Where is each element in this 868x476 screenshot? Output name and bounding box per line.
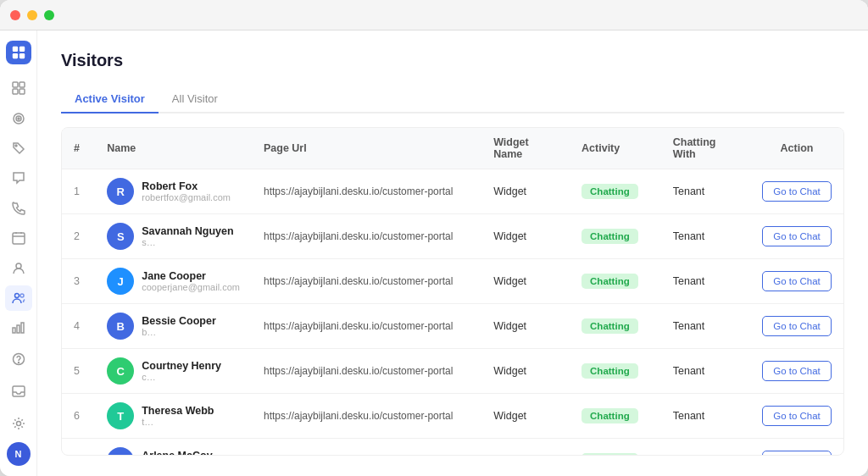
cell-visitor: R Robert Fox robertfox@gmail.com: [95, 169, 252, 214]
sidebar-item-help[interactable]: [5, 346, 32, 373]
cell-widget: Widget: [481, 394, 570, 439]
go-to-chat-button[interactable]: Go to Chat: [762, 451, 832, 456]
cell-widget: Widget: [481, 169, 570, 214]
app-logo[interactable]: [6, 41, 31, 64]
cell-action: Go to Chat: [750, 304, 843, 349]
tab-all-visitor[interactable]: All Visitor: [159, 86, 231, 113]
go-to-chat-button[interactable]: Go to Chat: [762, 406, 832, 426]
cell-widget: Widget: [481, 349, 570, 394]
app-window: N Visitors Active Visitor All Visitor # …: [0, 0, 868, 476]
visitor-info: Savannah Nguyen s…: [142, 225, 233, 247]
visitor-email: robertfox@gmail.com: [142, 192, 231, 202]
target-icon: [12, 112, 25, 125]
visitor-avatar: B: [107, 313, 134, 340]
svg-rect-7: [19, 89, 25, 94]
sidebar-item-inbox[interactable]: [5, 378, 32, 405]
tabs-container: Active Visitor All Visitor: [61, 86, 844, 113]
page-title: Visitors: [61, 51, 844, 70]
cell-activity: Chatting: [570, 439, 661, 457]
table-row: 2 S Savannah Nguyen s… https://ajaybijla…: [62, 214, 843, 259]
activity-badge: Chatting: [581, 318, 638, 334]
sidebar-item-settings[interactable]: [5, 410, 32, 437]
visitor-name: Courtney Henry: [142, 360, 221, 372]
table-header-row: # Name Page Url Widget Name Activity Cha…: [62, 128, 843, 169]
table-row: 3 J Jane Cooper cooperjane@gmail.com htt…: [62, 259, 843, 304]
sidebar-item-calendar[interactable]: [5, 226, 32, 251]
cell-url: https://ajaybijlani.desku.io/customer-po…: [252, 349, 481, 394]
activity-badge: Chatting: [581, 229, 638, 244]
activity-badge: Chatting: [581, 408, 638, 423]
sidebar-item-tags[interactable]: [5, 136, 32, 160]
svg-rect-5: [19, 82, 25, 87]
visitor-email: s…: [142, 237, 233, 247]
sidebar-item-chart[interactable]: [5, 316, 32, 340]
user-avatar[interactable]: N: [7, 442, 31, 466]
visitor-name: Savannah Nguyen: [142, 225, 233, 237]
visitors-icon: [12, 291, 25, 305]
visitor-avatar: S: [107, 223, 134, 250]
cell-num: 2: [62, 214, 95, 259]
cell-widget: Widget: [481, 214, 570, 259]
cell-num: 3: [62, 259, 95, 304]
go-to-chat-button[interactable]: Go to Chat: [762, 361, 832, 381]
cell-chatting-with: Tenant: [661, 439, 750, 457]
sidebar-item-target[interactable]: [5, 106, 32, 130]
calendar-icon: [12, 231, 25, 245]
cell-chatting-with: Tenant: [661, 259, 750, 304]
sidebar-item-phone[interactable]: [5, 196, 32, 220]
cell-chatting-with: Tenant: [661, 349, 750, 394]
cell-url: https://ajaybijlani.desku.io/customer-po…: [252, 439, 481, 457]
visitor-name: Arlene McCoy: [142, 450, 230, 456]
sidebar-item-visitors[interactable]: [5, 285, 32, 310]
svg-rect-0: [12, 47, 17, 52]
chat-icon: [12, 171, 25, 185]
visitor-email: b…: [142, 327, 216, 337]
visitor-name: Robert Fox: [142, 180, 231, 192]
cell-activity: Chatting: [570, 259, 661, 304]
go-to-chat-button[interactable]: Go to Chat: [762, 226, 832, 246]
settings-icon: [12, 417, 25, 430]
go-to-chat-button[interactable]: Go to Chat: [762, 181, 832, 202]
col-header-activity: Activity: [570, 128, 661, 169]
svg-point-15: [20, 294, 24, 297]
sidebar-item-chat[interactable]: [5, 166, 32, 191]
col-header-widget: Widget Name: [481, 128, 570, 169]
table-row: 4 B Bessie Cooper b… https://ajaybijlani…: [62, 304, 843, 349]
cell-visitor: R Arlene McCoy arlene12@gmail.com: [95, 439, 252, 457]
cell-activity: Chatting: [570, 349, 661, 394]
svg-point-13: [16, 263, 21, 268]
cell-url: https://ajaybijlani.desku.io/customer-po…: [252, 304, 481, 349]
go-to-chat-button[interactable]: Go to Chat: [762, 271, 832, 291]
close-dot[interactable]: [10, 10, 20, 20]
app-body: N Visitors Active Visitor All Visitor # …: [0, 30, 868, 476]
activity-badge: Chatting: [581, 274, 638, 289]
visitor-avatar: R: [107, 447, 134, 456]
cell-chatting-with: Tenant: [661, 169, 750, 214]
help-icon: [12, 352, 25, 366]
svg-point-14: [14, 293, 19, 297]
cell-chatting-with: Tenant: [661, 394, 750, 439]
phone-icon: [12, 202, 25, 215]
visitor-name: Jane Cooper: [142, 270, 240, 282]
cell-chatting-with: Tenant: [661, 304, 750, 349]
table-body: 1 R Robert Fox robertfox@gmail.com https…: [62, 169, 843, 457]
page-url: https://ajaybijlani.desku.io/customer-po…: [264, 410, 453, 422]
tab-active-visitor[interactable]: Active Visitor: [61, 86, 159, 113]
visitor-info: Bessie Cooper b…: [142, 315, 216, 337]
svg-point-22: [16, 422, 20, 426]
cell-visitor: J Jane Cooper cooperjane@gmail.com: [95, 259, 252, 304]
cell-visitor: S Savannah Nguyen s…: [95, 214, 252, 259]
sidebar-item-grid[interactable]: [5, 76, 32, 101]
cell-visitor: T Theresa Webb t…: [95, 394, 252, 439]
svg-rect-16: [13, 328, 15, 333]
go-to-chat-button[interactable]: Go to Chat: [762, 316, 832, 336]
visitor-avatar: T: [107, 402, 134, 429]
cell-activity: Chatting: [570, 169, 661, 214]
cell-activity: Chatting: [570, 394, 661, 439]
svg-point-11: [15, 145, 17, 147]
grid-icon: [12, 81, 25, 95]
minimize-dot[interactable]: [27, 10, 37, 20]
contact-icon: [12, 262, 25, 275]
maximize-dot[interactable]: [44, 10, 54, 20]
sidebar-item-contact[interactable]: [5, 256, 32, 280]
